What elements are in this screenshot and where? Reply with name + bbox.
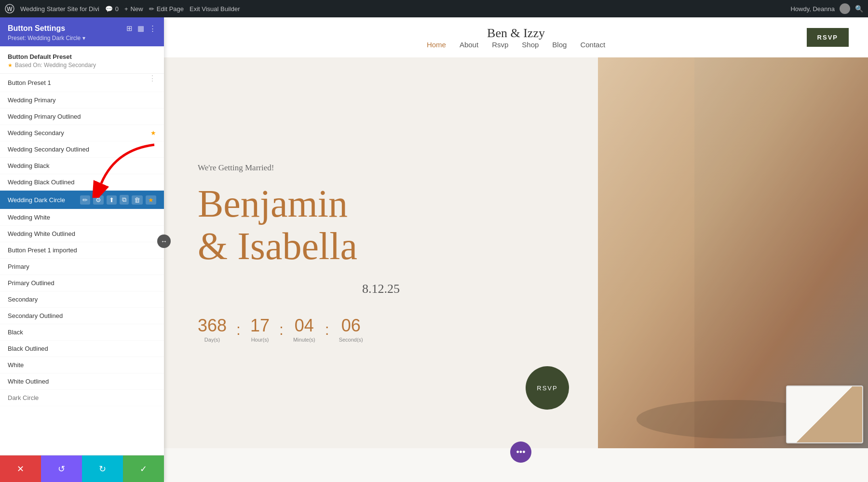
delete-preset-button[interactable]: 🗑 [132,195,143,205]
countdown-sep1: : [236,321,241,339]
save-button[interactable]: ✓ [123,455,164,482]
countdown-minutes: 04 Minute(s) [293,316,315,343]
list-item[interactable]: Wedding Black Outlined [0,174,164,191]
list-item[interactable]: Black Outlined [0,341,164,357]
button-settings-panel: Button Settings ⊞ ▦ ⋮ Preset: Wedding Da… [0,17,164,482]
howdy-text: Howdy, Deanna [790,5,835,13]
panel-more-icon[interactable]: ⋮ [149,24,156,33]
more-dots-icon[interactable]: ⋮ [149,74,156,83]
panel-header: Button Settings ⊞ ▦ ⋮ Preset: Wedding Da… [0,17,164,46]
countdown-seconds: 06 Second(s) [339,316,363,343]
default-preset-based: ★ Based On: Wedding Secondary [8,62,156,69]
nav-shop[interactable]: Shop [522,41,539,49]
hero-left: We're Getting Married! Benjamin & Isabel… [164,57,598,448]
site-title: Ben & Izzy [487,26,545,41]
list-item[interactable]: Black [0,324,164,341]
list-item[interactable]: White Outlined [0,373,164,390]
rsvp-circle-button[interactable]: RSVP [526,366,569,410]
settings-preset-button[interactable]: ⚙ [93,195,104,205]
list-item[interactable]: Dark Circle [0,390,164,406]
star-icon: ★ [150,129,156,137]
list-item[interactable]: Wedding Secondary ★ [0,125,164,141]
panel-header-icons: ⊞ ▦ ⋮ [126,24,156,33]
edit-preset-button[interactable]: ✏ [80,195,90,205]
hero-name: Benjamin & Isabella [198,182,564,267]
hero-subtitle: We're Getting Married! [198,163,564,173]
countdown-days: 368 Day(s) [198,316,227,343]
panel-title: Button Settings [8,24,65,33]
main-layout: Button Settings ⊞ ▦ ⋮ Preset: Wedding Da… [0,0,868,482]
panel-grid-icon[interactable]: ▦ [137,24,144,33]
admin-bar: W Wedding Starter Site for Divi 💬 0 + Ne… [0,0,868,17]
wp-logo-item[interactable]: W [5,4,14,14]
resize-handle[interactable]: ↔ [157,234,171,248]
list-item[interactable]: Secondary Outlined [0,308,164,324]
list-item[interactable]: White [0,357,164,373]
nav-rsvp[interactable]: Rsvp [492,41,508,49]
countdown-sep3: : [325,321,329,339]
hero-date: 8.12.25 [198,282,564,296]
new-item[interactable]: + New [124,5,143,13]
comments-item[interactable]: 💬 0 [105,5,119,13]
panel-header-top: Button Settings ⊞ ▦ ⋮ [8,24,156,33]
duplicate-preset-button[interactable]: ⧉ [120,195,129,205]
site-nav: Home About Rsvp Shop Blog Contact [427,41,605,49]
admin-bar-right: Howdy, Deanna 🔍 [790,3,863,14]
list-item[interactable]: Wedding Secondary Outlined [0,141,164,158]
list-item[interactable]: Wedding White Outlined [0,226,164,242]
preset-list-container: Button Preset 1 ⋮ Wedding Primary Weddin… [0,74,164,455]
site-name[interactable]: Wedding Starter Site for Divi [20,5,99,13]
undo-button[interactable]: ↺ [41,455,82,482]
site-header: Ben & Izzy Home About Rsvp Shop Blog Con… [164,17,868,57]
hero-right [598,57,868,448]
panel-footer: ✕ ↺ ↻ ✓ [0,455,164,482]
list-item[interactable]: Button Preset 1 imported [0,242,164,259]
panel-layout-icon[interactable]: ⊞ [126,24,133,33]
list-item[interactable]: Primary [0,259,164,275]
redo-button[interactable]: ↻ [82,455,123,482]
site-content: Ben & Izzy Home About Rsvp Shop Blog Con… [164,17,868,482]
list-item-active[interactable]: Wedding Dark Circle ✏ ⚙ ⬆ ⧉ 🗑 ★ [0,191,164,209]
countdown: 368 Day(s) : 17 Hour(s) : 04 Minute(s) : [198,316,564,343]
nav-about[interactable]: About [460,41,478,49]
countdown-sep2: : [279,321,284,339]
cancel-button[interactable]: ✕ [0,455,41,482]
list-item[interactable]: Button Preset 1 ⋮ [0,74,164,92]
hero-section: We're Getting Married! Benjamin & Isabel… [164,57,868,448]
svg-text:W: W [7,6,13,13]
upload-preset-button[interactable]: ⬆ [107,195,117,205]
list-item[interactable]: Primary Outlined [0,275,164,291]
svg-rect-4 [598,57,694,448]
star-preset-button[interactable]: ★ [146,195,156,205]
user-avatar[interactable] [840,3,850,14]
default-preset: Button Default Preset ★ Based On: Weddin… [0,46,164,74]
mini-preview-inner [787,386,862,442]
star-icon: ★ [8,62,13,69]
list-item[interactable]: Wedding Black [0,158,164,174]
more-options-button[interactable]: ••• [510,441,531,463]
nav-home[interactable]: Home [427,41,446,49]
default-preset-title: Button Default Preset [8,53,156,60]
nav-contact[interactable]: Contact [580,41,605,49]
preset-list: Button Preset 1 ⋮ Wedding Primary Weddin… [0,74,164,406]
header-rsvp-button[interactable]: RSVP [807,28,849,47]
exit-builder-item[interactable]: Exit Visual Builder [190,5,240,13]
list-item[interactable]: Wedding White [0,209,164,226]
list-item[interactable]: Wedding Primary Outlined [0,109,164,125]
panel-preset-label[interactable]: Preset: Wedding Dark Circle ▾ [8,35,156,41]
countdown-hours: 17 Hour(s) [250,316,270,343]
admin-search-icon[interactable]: 🔍 [855,5,863,13]
mini-preview [786,386,863,443]
nav-blog[interactable]: Blog [552,41,567,49]
edit-page-item[interactable]: ✏ Edit Page [149,5,184,13]
list-item[interactable]: Wedding Primary [0,92,164,109]
list-item[interactable]: Secondary [0,291,164,308]
